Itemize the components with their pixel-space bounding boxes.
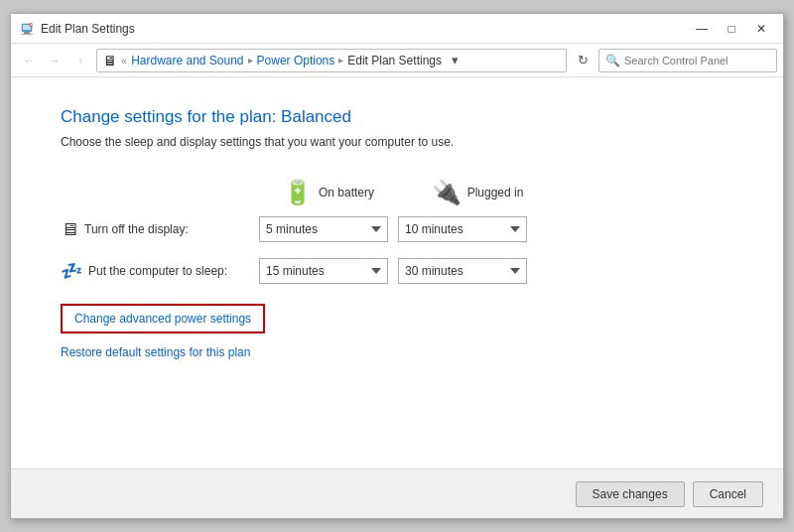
display-battery-dropdown[interactable]: 5 minutes 1 minute 2 minutes 3 minutes 1… [259,216,388,242]
sleep-plugged-dropdown[interactable]: 30 minutes 1 minute 2 minutes 5 minutes … [398,258,527,284]
breadcrumb-current: Edit Plan Settings [347,54,442,67]
advanced-link-wrap: Change advanced power settings [61,304,733,333]
plugged-icon: 🔌 [432,179,462,206]
address-dropdown-button[interactable]: ▾ [446,50,465,71]
display-battery-dropdown-wrap: 5 minutes 1 minute 2 minutes 3 minutes 1… [259,216,388,242]
window-icon: ⚙ [19,21,35,37]
sleep-plugged-dropdown-wrap: 30 minutes 1 minute 2 minutes 5 minutes … [398,258,527,284]
main-window: ⚙ Edit Plan Settings — □ ✕ ← → ↑ 🖥 « Har… [10,13,784,519]
search-input[interactable] [624,55,770,66]
restore-defaults-link[interactable]: Restore default settings for this plan [61,345,250,359]
display-icon: 🖥 [61,219,78,240]
search-icon: 🔍 [605,54,620,67]
close-button[interactable]: ✕ [747,18,775,40]
breadcrumb: « Hardware and Sound ▸ Power Options ▸ E… [121,54,442,67]
refresh-button[interactable]: ↻ [571,49,595,72]
battery-label: On battery [319,186,374,200]
plugged-column-header: 🔌 Plugged in [408,179,547,206]
nav-arrows: ← → ↑ [17,49,92,72]
sleep-battery-dropdown-wrap: 15 minutes 1 minute 2 minutes 3 minutes … [259,258,388,284]
title-bar: ⚙ Edit Plan Settings — □ ✕ [11,14,783,44]
svg-text:⚙: ⚙ [30,23,33,27]
title-bar-buttons: — □ ✕ [688,18,775,40]
address-bar: 🖥 « Hardware and Sound ▸ Power Options ▸… [96,49,567,72]
maximize-button[interactable]: □ [718,18,745,40]
sleep-label-text: Put the computer to sleep: [88,264,227,278]
svg-rect-1 [24,32,30,34]
display-plugged-dropdown[interactable]: 10 minutes 1 minute 2 minutes 3 minutes … [398,216,527,242]
search-box: 🔍 [598,49,777,72]
cancel-button[interactable]: Cancel [693,481,763,507]
minimize-button[interactable]: — [688,18,716,40]
sleep-battery-dropdown[interactable]: 15 minutes 1 minute 2 minutes 3 minutes … [259,258,388,284]
main-content: Change settings for the plan: Balanced C… [11,77,783,468]
page-title: Change settings for the plan: Balanced [61,107,733,127]
forward-button[interactable]: → [43,49,66,72]
back-button[interactable]: ← [17,49,41,72]
display-label: 🖥 Turn off the display: [61,219,259,240]
svg-rect-2 [21,34,33,35]
display-setting-row: 🖥 Turn off the display: 5 minutes 1 minu… [61,216,733,242]
advanced-power-link[interactable]: Change advanced power settings [61,304,265,333]
breadcrumb-hardware[interactable]: Hardware and Sound [131,54,243,67]
breadcrumb-separator-left: « [121,55,127,66]
sleep-icon: 💤 [61,260,82,282]
sleep-label: 💤 Put the computer to sleep: [61,260,259,282]
sep2: ▸ [338,55,343,66]
sep1: ▸ [248,55,253,66]
battery-column-header: 🔋 On battery [259,179,398,206]
page-subtitle: Choose the sleep and display settings th… [61,135,733,149]
display-plugged-dropdown-wrap: 10 minutes 1 minute 2 minutes 3 minutes … [398,216,527,242]
display-label-text: Turn off the display: [84,222,189,236]
window-title: Edit Plan Settings [41,22,688,36]
plugged-label: Plugged in [467,186,524,200]
up-button[interactable]: ↑ [68,49,92,72]
column-headers: 🔋 On battery 🔌 Plugged in [61,179,733,206]
sleep-setting-row: 💤 Put the computer to sleep: 15 minutes … [61,258,733,284]
nav-bar: ← → ↑ 🖥 « Hardware and Sound ▸ Power Opt… [11,44,783,77]
save-changes-button[interactable]: Save changes [576,481,685,507]
bottom-bar: Save changes Cancel [11,468,783,518]
breadcrumb-power[interactable]: Power Options [257,54,335,67]
battery-icon: 🔋 [283,179,313,206]
breadcrumb-icon: 🖥 [103,53,117,68]
